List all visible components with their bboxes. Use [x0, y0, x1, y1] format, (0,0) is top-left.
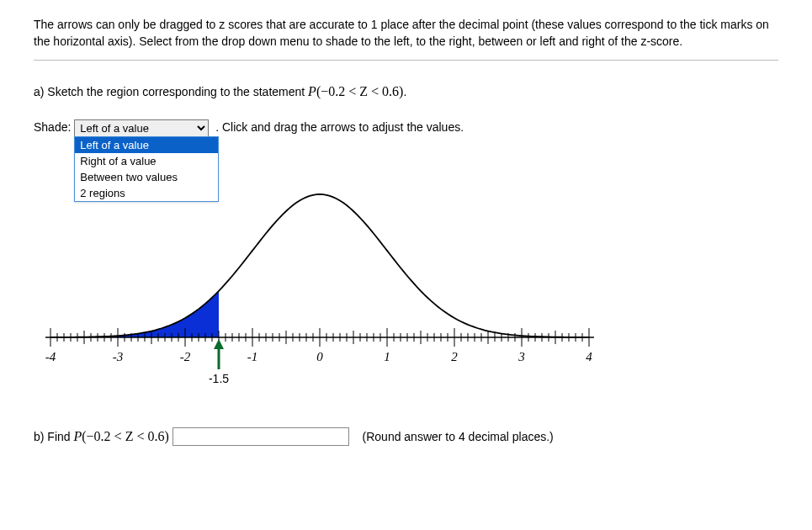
horizontal-rule — [34, 60, 778, 61]
part-b-label: b) Find — [34, 430, 73, 443]
probability-statement-b: P(−0.2 < Z < 0.6) — [73, 429, 168, 443]
shade-option-2regions[interactable]: 2 regions — [75, 185, 218, 201]
shade-select-dropdown[interactable]: Left of a value Right of a value Between… — [74, 136, 219, 202]
axis-tick-label: -2 — [180, 350, 191, 363]
axis-tick-label: 3 — [517, 350, 525, 363]
axis-tick-label: 1 — [384, 350, 390, 363]
part-a-label: a) Sketch the region corresponding to th… — [34, 85, 308, 98]
shade-label: Shade: — [34, 120, 71, 134]
arrow-value-label: -1.5 — [209, 372, 229, 385]
axis-tick-label: 4 — [586, 350, 592, 363]
shade-option-right[interactable]: Right of a value — [75, 153, 218, 169]
shade-option-left[interactable]: Left of a value — [75, 137, 218, 153]
part-b-prompt: b) Find P(−0.2 < Z < 0.6) (Round answer … — [34, 427, 778, 446]
axis-tick-label: 0 — [316, 350, 323, 363]
axis-tick-label: -1 — [247, 350, 258, 363]
arrow-up-icon[interactable] — [214, 339, 224, 349]
round-note: (Round answer to 4 decimal places.) — [363, 430, 554, 443]
part-a-prompt: a) Sketch the region corresponding to th… — [34, 84, 778, 99]
axis-tick-label: -4 — [45, 350, 56, 363]
axis-tick-label: 2 — [451, 350, 458, 363]
probability-statement-a: P(−0.2 < Z < 0.6) — [308, 84, 403, 98]
shade-option-between[interactable]: Between two values — [75, 169, 218, 185]
bell-curve — [50, 194, 589, 337]
instructions-text: The arrows can only be dragged to z scor… — [34, 17, 778, 50]
shade-controls: Shade: Left of a value Left of a value R… — [34, 119, 778, 137]
shade-select[interactable]: Left of a value — [74, 119, 209, 137]
answer-input[interactable] — [172, 427, 349, 446]
axis-tick-label: -3 — [113, 350, 124, 363]
shaded-region — [50, 291, 219, 337]
shade-instruction-text: . Click and drag the arrows to adjust th… — [215, 120, 464, 134]
